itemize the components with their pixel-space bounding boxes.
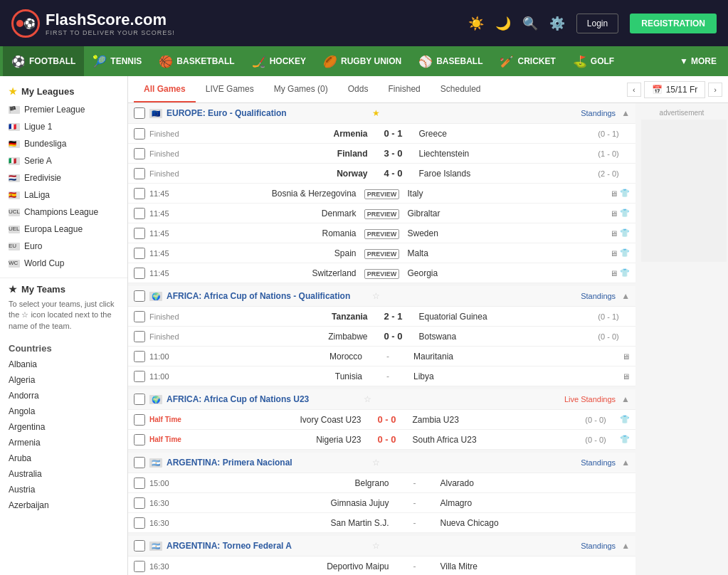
group-argentina-federal-header[interactable]: 🇦🇷 ARGENTINA: Torneo Federal A ☆ Standin… — [128, 536, 635, 556]
sidebar-item-eredivisie[interactable]: 🇳🇱 Eredivisie — [0, 169, 127, 186]
nav-hockey[interactable]: 🏒 HOCKEY — [243, 46, 315, 76]
argentina-standings-link[interactable]: Standings — [581, 458, 616, 467]
sidebar-item-world-cup[interactable]: WC World Cup — [0, 255, 127, 272]
sidebar-item-seriea[interactable]: 🇮🇹 Serie A — [0, 152, 127, 169]
tv-icon[interactable]: 🖥 — [610, 249, 618, 258]
tab-finished[interactable]: Finished — [378, 76, 430, 102]
africa-u23-standings-link[interactable]: Live Standings — [564, 395, 616, 403]
africa-collapse-icon[interactable]: ▲ — [621, 291, 630, 301]
country-armenia[interactable]: Armenia — [0, 435, 127, 450]
shirt-icon[interactable]: 👕 — [620, 248, 630, 258]
match-checkbox[interactable] — [134, 268, 145, 279]
europe-collapse-icon[interactable]: ▲ — [621, 108, 630, 118]
match-checkbox[interactable] — [134, 561, 145, 572]
country-algeria[interactable]: Algeria — [0, 372, 127, 388]
match-checkbox[interactable] — [134, 434, 145, 445]
sidebar-item-euro[interactable]: EU Euro — [0, 238, 127, 255]
match-checkbox[interactable] — [134, 168, 145, 179]
shirt-icon[interactable]: 👕 — [620, 268, 630, 278]
nav-rugby[interactable]: 🏉 RUGBY UNION — [315, 46, 410, 76]
tab-scheduled[interactable]: Scheduled — [431, 76, 491, 102]
argentina-collapse-icon[interactable]: ▲ — [621, 458, 630, 468]
argentina-star-icon[interactable]: ☆ — [372, 458, 380, 468]
sidebar-item-laliga[interactable]: 🇪🇸 LaLiga — [0, 186, 127, 204]
match-checkbox[interactable] — [134, 517, 145, 529]
africa-u23-star-icon[interactable]: ☆ — [364, 394, 371, 404]
nav-more[interactable]: ▼ MORE — [671, 56, 725, 66]
group-africa-header[interactable]: 🌍 AFRICA: Africa Cup of Nations - Qualif… — [128, 286, 635, 307]
country-australia[interactable]: Australia — [0, 466, 127, 482]
group-checkbox-argentina[interactable] — [134, 457, 145, 468]
search-icon[interactable]: 🔍 — [522, 16, 538, 31]
date-prev-button[interactable]: ‹ — [627, 83, 641, 97]
match-checkbox[interactable] — [134, 414, 145, 426]
match-checkbox[interactable] — [134, 248, 145, 259]
nav-baseball[interactable]: ⚾ BASEBALL — [410, 46, 491, 76]
country-austria[interactable]: Austria — [0, 482, 127, 497]
register-button[interactable]: REGISTRATION — [630, 14, 717, 33]
tv-icon[interactable]: 🖥 — [610, 229, 618, 238]
shirt-icon[interactable]: 👕 — [620, 415, 630, 424]
africa-standings-link[interactable]: Standings — [581, 292, 616, 300]
nav-basketball[interactable]: 🏀 BASKETBALL — [150, 46, 243, 76]
match-checkbox[interactable] — [134, 188, 145, 199]
country-aruba[interactable]: Aruba — [0, 450, 127, 466]
match-checkbox[interactable] — [134, 128, 145, 139]
match-checkbox[interactable] — [134, 148, 145, 159]
country-albania[interactable]: Albania — [0, 357, 127, 372]
group-checkbox-africa[interactable] — [134, 290, 145, 302]
group-checkbox-argentina-federal[interactable] — [134, 540, 145, 552]
settings-icon[interactable]: ⚙️ — [549, 16, 565, 31]
sidebar-item-ligue1[interactable]: 🇫🇷 Ligue 1 — [0, 118, 127, 135]
tv-icon[interactable]: 🖥 — [610, 189, 618, 198]
login-button[interactable]: Login — [576, 14, 618, 33]
shirt-icon[interactable]: 👕 — [620, 228, 630, 238]
group-argentina-header[interactable]: 🇦🇷 ARGENTINA: Primera Nacional ☆ Standin… — [128, 453, 635, 473]
argentina-federal-collapse-icon[interactable]: ▲ — [621, 541, 630, 551]
africa-u23-collapse-icon[interactable]: ▲ — [621, 394, 630, 404]
country-angola[interactable]: Angola — [0, 403, 127, 419]
argentina-federal-standings-link[interactable]: Standings — [581, 542, 616, 550]
date-next-button[interactable]: › — [708, 83, 722, 97]
europe-standings-link[interactable]: Standings — [581, 109, 616, 117]
tv-icon[interactable]: 🖥 — [622, 372, 630, 381]
match-checkbox[interactable] — [134, 371, 145, 382]
match-checkbox[interactable] — [134, 228, 145, 239]
tv-icon[interactable]: 🖥 — [610, 209, 618, 218]
argentina-federal-star-icon[interactable]: ☆ — [372, 541, 380, 551]
moon-icon[interactable]: 🌙 — [495, 16, 511, 31]
shirt-icon[interactable]: 👕 — [620, 209, 630, 218]
match-checkbox[interactable] — [134, 478, 145, 489]
sidebar-item-bundesliga[interactable]: 🇩🇪 Bundesliga — [0, 135, 127, 152]
nav-golf[interactable]: ⛳ GOLF — [564, 46, 623, 76]
tv-icon[interactable]: 🖥 — [622, 352, 630, 361]
group-checkbox-africa-u23[interactable] — [134, 394, 145, 405]
match-checkbox[interactable] — [134, 331, 145, 342]
tab-my-games[interactable]: My Games (0) — [264, 76, 338, 102]
sidebar-item-champions-league[interactable]: UCL Champions League — [0, 204, 127, 221]
match-checkbox[interactable] — [134, 497, 145, 509]
europe-star-icon[interactable]: ★ — [372, 108, 380, 118]
tab-odds[interactable]: Odds — [338, 76, 379, 102]
nav-cricket[interactable]: 🏏 CRICKET — [491, 46, 564, 76]
africa-star-icon[interactable]: ☆ — [372, 291, 380, 301]
group-europe-header[interactable]: 🇪🇺 EUROPE: Euro - Qualification ★ Standi… — [128, 103, 635, 124]
match-checkbox[interactable] — [134, 311, 145, 322]
sun-icon[interactable]: ☀️ — [468, 16, 484, 31]
group-checkbox-europe[interactable] — [134, 107, 145, 119]
match-checkbox[interactable] — [134, 351, 145, 362]
sidebar-item-europa-league[interactable]: UEL Europa League — [0, 221, 127, 238]
tab-all-games[interactable]: All Games — [134, 76, 196, 102]
tv-icon[interactable]: 🖥 — [610, 269, 618, 278]
country-argentina[interactable]: Argentina — [0, 419, 127, 435]
nav-football[interactable]: ⚽ FOOTBALL — [3, 46, 84, 76]
country-azerbaijan[interactable]: Azerbaijan — [0, 497, 127, 513]
nav-tennis[interactable]: 🎾 TENNIS — [84, 46, 150, 76]
tab-live-games[interactable]: LIVE Games — [196, 76, 264, 102]
shirt-icon[interactable]: 👕 — [620, 189, 630, 198]
group-africa-u23-header[interactable]: 🌍 AFRICA: Africa Cup of Nations U23 ☆ Li… — [128, 389, 635, 410]
match-checkbox[interactable] — [134, 208, 145, 219]
sidebar-item-premier-league[interactable]: 🏴 Premier League — [0, 101, 127, 118]
shirt-icon[interactable]: 👕 — [620, 435, 630, 444]
country-andorra[interactable]: Andorra — [0, 388, 127, 403]
